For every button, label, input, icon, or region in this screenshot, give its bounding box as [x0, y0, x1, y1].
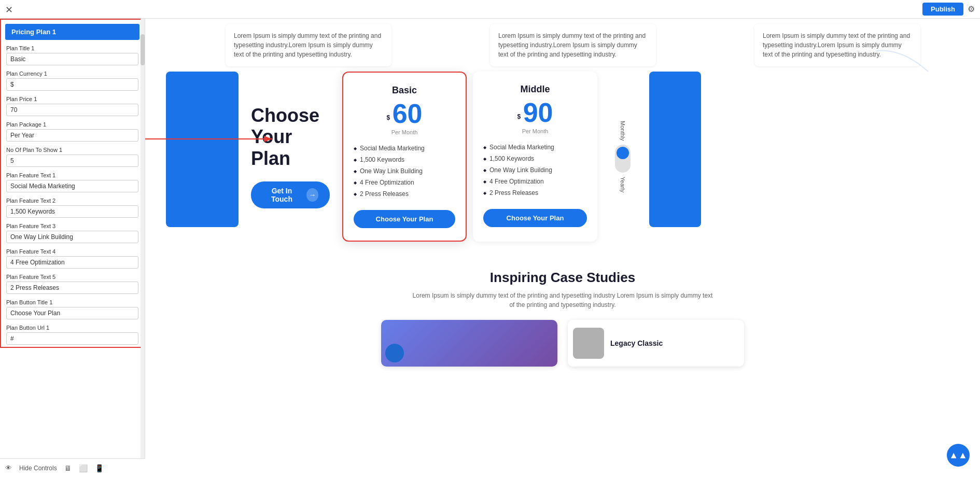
curve-decoration: [871, 46, 933, 87]
form-group-feature2: Plan Feature Text 2: [1, 194, 144, 220]
scrollbar-track[interactable]: [141, 19, 145, 477]
lorem-card-1: Lorem Ipsum is simply dummy text of the …: [226, 24, 391, 66]
get-in-touch-label: Get In Touch: [262, 187, 301, 203]
form-group-btn-title: Plan Button Title 1: [1, 296, 144, 321]
input-plan-title[interactable]: [6, 53, 138, 65]
form-group-feature1: Plan Feature Text 1: [1, 169, 144, 194]
canvas-content: Lorem Ipsum is simply dummy text of the …: [145, 19, 980, 477]
scroll-top-button[interactable]: ▲▲: [947, 444, 970, 467]
feature-item: 1,500 Keywords: [354, 154, 455, 165]
form-group-currency: Plan Currency 1: [1, 67, 144, 93]
bottom-bar: 👁 Hide Controls 🖥 ⬜ 📱: [0, 458, 145, 477]
case-card-1-avatar: [385, 344, 404, 362]
plan-period-basic: Per Month: [354, 129, 455, 135]
input-feature5[interactable]: [6, 282, 138, 294]
case-studies-cards: Legacy Classic: [156, 320, 970, 367]
feature-item: One Way Link Building: [354, 165, 455, 177]
feature-item: Social Media Marketing: [354, 143, 455, 154]
label-package: Plan Package 1: [6, 121, 138, 128]
form-group-price: Plan Price 1: [1, 93, 144, 118]
form-group-plan-title: Plan Title 1: [1, 42, 144, 67]
input-feature1[interactable]: [6, 180, 138, 192]
form-group-no-of-plan: No Of Plan To Show 1: [1, 144, 144, 169]
form-group-feature4: Plan Feature Text 4: [1, 245, 144, 271]
hide-controls-label[interactable]: Hide Controls: [19, 465, 57, 472]
close-button[interactable]: ✕: [5, 4, 13, 16]
input-btn-url[interactable]: [6, 332, 138, 345]
label-feature2: Plan Feature Text 2: [6, 198, 138, 204]
input-btn-title[interactable]: [6, 307, 138, 319]
desktop-icon[interactable]: 🖥: [64, 464, 72, 472]
main-canvas: Lorem Ipsum is simply dummy text of the …: [145, 19, 980, 477]
label-btn-title: Plan Button Title 1: [6, 299, 138, 305]
label-feature1: Plan Feature Text 1: [6, 172, 138, 178]
case-card-2-title: Legacy Classic: [610, 339, 663, 347]
feature-item: 1,500 Keywords: [483, 153, 587, 164]
label-plan-title: Plan Title 1: [6, 45, 138, 51]
plan-features-middle: Social Media Marketing 1,500 Keywords On…: [483, 142, 587, 199]
case-studies-subtitle: Lorem Ipsum is simply dummy text of the …: [412, 291, 713, 310]
lorem-text-2: Lorem Ipsum is simply dummy text of the …: [498, 31, 648, 59]
arrow-icon: →: [306, 188, 318, 202]
choose-plan-line2: Your Plan: [251, 126, 292, 169]
plan-name-middle: Middle: [483, 84, 587, 95]
get-in-touch-button[interactable]: Get In Touch →: [251, 181, 330, 208]
pricing-card-middle: Middle $ 90 Per Month Social Media Marke…: [473, 72, 597, 242]
toggle-label-monthly: Monthly: [620, 121, 626, 141]
input-price[interactable]: [6, 104, 138, 116]
label-feature5: Plan Feature Text 5: [6, 274, 138, 280]
choose-your-plan-box: Choose Your Plan Get In Touch →: [239, 72, 342, 242]
input-currency[interactable]: [6, 78, 138, 91]
toggle-section: Monthly Yearly: [605, 72, 641, 242]
left-panel: Pricing Plan 1 Plan Title 1 Plan Currenc…: [0, 19, 145, 477]
choose-plan-button-middle[interactable]: Choose Your Plan: [483, 209, 587, 227]
label-price: Plan Price 1: [6, 96, 138, 102]
publish-button[interactable]: Publish: [922, 3, 963, 16]
right-blue-block: [649, 72, 701, 227]
eye-icon: 👁: [5, 464, 12, 472]
feature-item: Social Media Marketing: [483, 142, 587, 153]
case-card-1: [381, 320, 557, 367]
input-package[interactable]: [6, 129, 138, 142]
plan-price-wrap-basic: $ 60: [354, 100, 455, 127]
case-card-1-image: [381, 320, 557, 367]
toggle-knob: [617, 147, 629, 159]
scrollbar-thumb[interactable]: [141, 34, 145, 65]
panel-header: Pricing Plan 1: [5, 24, 139, 40]
choose-plan-title: Choose Your Plan: [251, 105, 330, 169]
form-group-feature5: Plan Feature Text 5: [1, 271, 144, 296]
plan-currency-basic: $: [387, 114, 390, 121]
input-no-of-plan[interactable]: [6, 155, 138, 167]
plan-price-basic: 60: [393, 99, 423, 129]
pricing-card-basic: Basic $ 60 Per Month Social Media Market…: [342, 72, 467, 242]
label-no-of-plan: No Of Plan To Show 1: [6, 147, 138, 153]
left-blue-block: [166, 72, 239, 227]
form-group-btn-url: Plan Button Url 1: [1, 321, 144, 347]
plan-price-wrap-middle: $ 90: [483, 99, 587, 126]
plan-name-basic: Basic: [354, 85, 455, 96]
case-studies-section: Inspiring Case Studies Lorem Ipsum is si…: [145, 254, 980, 377]
plan-features-basic: Social Media Marketing 1,500 Keywords On…: [354, 143, 455, 200]
plan-price-middle: 90: [523, 97, 553, 128]
feature-item: 2 Press Releases: [483, 187, 587, 199]
case-card-2: Legacy Classic: [568, 320, 744, 367]
label-currency: Plan Currency 1: [6, 71, 138, 77]
case-card-2-thumb: [573, 328, 604, 359]
toggle-switch[interactable]: [615, 145, 631, 173]
tablet-icon[interactable]: ⬜: [79, 464, 88, 472]
lorem-text-1: Lorem Ipsum is simply dummy text of the …: [234, 31, 383, 59]
input-feature2[interactable]: [6, 205, 138, 218]
input-feature3[interactable]: [6, 231, 138, 243]
pricing-section: Choose Your Plan Get In Touch → Basic $ …: [145, 72, 980, 242]
mobile-icon[interactable]: 📱: [95, 464, 104, 472]
feature-item: One Way Link Building: [483, 164, 587, 176]
form-group-feature3: Plan Feature Text 3: [1, 220, 144, 245]
plan-currency-middle: $: [517, 113, 521, 120]
top-bar: ✕ Publish ⚙: [0, 0, 980, 19]
lorem-card-2: Lorem Ipsum is simply dummy text of the …: [490, 24, 656, 66]
label-feature4: Plan Feature Text 4: [6, 248, 138, 255]
input-feature4[interactable]: [6, 256, 138, 269]
case-card-2-info: Legacy Classic: [610, 339, 663, 347]
choose-plan-button-basic[interactable]: Choose Your Plan: [354, 210, 455, 228]
settings-button[interactable]: ⚙: [968, 4, 975, 14]
